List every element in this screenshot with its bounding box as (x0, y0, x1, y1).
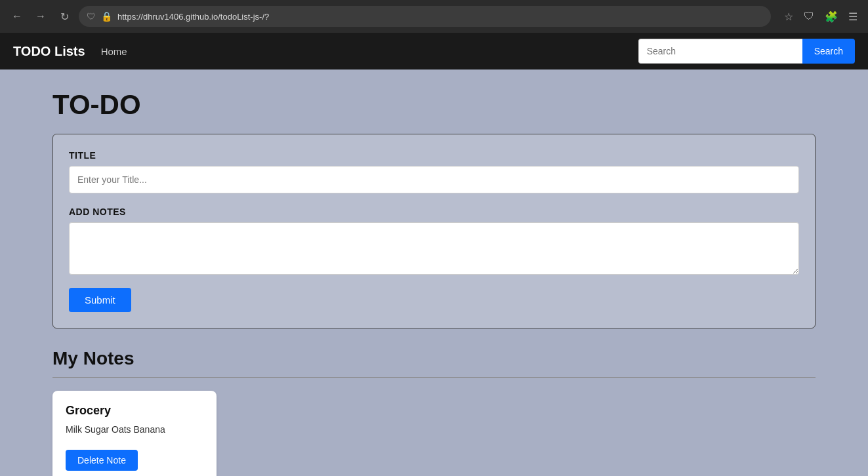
menu-icon[interactable]: ☰ (846, 8, 860, 26)
shield-extra-icon[interactable]: 🛡 (801, 8, 817, 25)
my-notes-heading: My Notes (52, 348, 816, 369)
page-heading: TO-DO (52, 89, 816, 121)
search-button[interactable]: Search (802, 39, 855, 64)
notes-grid: Grocery Milk Sugar Oats Banana Delete No… (52, 391, 816, 476)
search-input[interactable] (638, 39, 802, 64)
search-group: Search (638, 39, 855, 64)
title-input[interactable] (69, 166, 799, 193)
notes-divider (52, 377, 816, 378)
browser-chrome: ← → ↻ 🛡 🔒 https://dhruv1406.github.io/to… (0, 0, 868, 33)
home-link[interactable]: Home (101, 46, 127, 57)
extensions-icon[interactable]: 🧩 (822, 8, 840, 26)
app-navbar: TODO Lists Home Search (0, 33, 868, 69)
app-title: TODO Lists (13, 44, 85, 59)
note-title: Grocery (66, 404, 203, 418)
lock-icon: 🔒 (101, 11, 112, 22)
submit-button[interactable]: Submit (69, 288, 131, 312)
note-content: Milk Sugar Oats Banana (66, 423, 203, 437)
main-content: TO-DO TITLE ADD NOTES Submit My Notes Gr… (0, 69, 868, 476)
notes-label: ADD NOTES (69, 207, 799, 217)
form-card: TITLE ADD NOTES Submit (52, 134, 816, 328)
shield-icon: 🛡 (87, 11, 96, 22)
reload-button[interactable]: ↻ (55, 7, 73, 26)
forward-button[interactable]: → (31, 7, 50, 26)
notes-textarea[interactable] (69, 222, 799, 275)
delete-note-button[interactable]: Delete Note (66, 450, 138, 471)
title-label: TITLE (69, 150, 799, 161)
note-card: Grocery Milk Sugar Oats Banana Delete No… (52, 391, 217, 476)
bookmark-icon[interactable]: ☆ (781, 8, 796, 26)
back-button[interactable]: ← (8, 7, 26, 26)
address-bar[interactable]: 🛡 🔒 https://dhruv1406.github.io/todoList… (79, 6, 771, 27)
url-text: https://dhruv1406.github.io/todoList-js-… (117, 12, 269, 22)
browser-right-icons: ☆ 🛡 🧩 ☰ (781, 8, 860, 26)
